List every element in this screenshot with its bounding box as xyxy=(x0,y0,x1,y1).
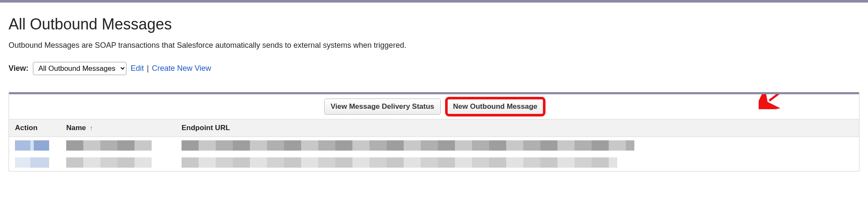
cell-name[interactable] xyxy=(60,154,176,171)
table-row xyxy=(9,137,859,154)
view-label: View: xyxy=(9,64,29,73)
separator: | xyxy=(146,64,150,73)
edit-view-link[interactable]: Edit xyxy=(131,64,144,73)
column-header-name-label: Name xyxy=(66,124,86,132)
create-new-view-link[interactable]: Create New View xyxy=(152,64,211,73)
column-header-name[interactable]: Name ↑ xyxy=(60,119,176,137)
annotation-arrow-icon xyxy=(759,92,818,109)
cell-endpoint xyxy=(176,154,859,171)
column-header-endpoint[interactable]: Endpoint URL xyxy=(176,119,859,137)
cell-name[interactable] xyxy=(60,137,176,154)
outbound-messages-panel: View Message Delivery Status New Outboun… xyxy=(9,92,859,171)
svg-line-0 xyxy=(769,92,814,101)
cell-endpoint xyxy=(176,137,859,154)
page-title: All Outbound Messages xyxy=(9,15,859,33)
page-description: Outbound Messages are SOAP transactions … xyxy=(9,41,859,50)
view-delivery-status-button[interactable]: View Message Delivery Status xyxy=(324,99,441,115)
outbound-messages-table: Action Name ↑ Endpoint URL xyxy=(9,119,859,171)
column-header-action[interactable]: Action xyxy=(9,119,60,137)
sort-ascending-icon: ↑ xyxy=(90,124,93,131)
panel-toolbar: View Message Delivery Status New Outboun… xyxy=(9,94,859,119)
cell-action[interactable] xyxy=(9,154,60,171)
view-select[interactable]: All Outbound Messages xyxy=(33,62,126,75)
table-row xyxy=(9,154,859,171)
view-selector-row: View: All Outbound Messages Edit | Creat… xyxy=(9,62,859,75)
new-outbound-message-button[interactable]: New Outbound Message xyxy=(447,99,544,115)
cell-action[interactable] xyxy=(9,137,60,154)
